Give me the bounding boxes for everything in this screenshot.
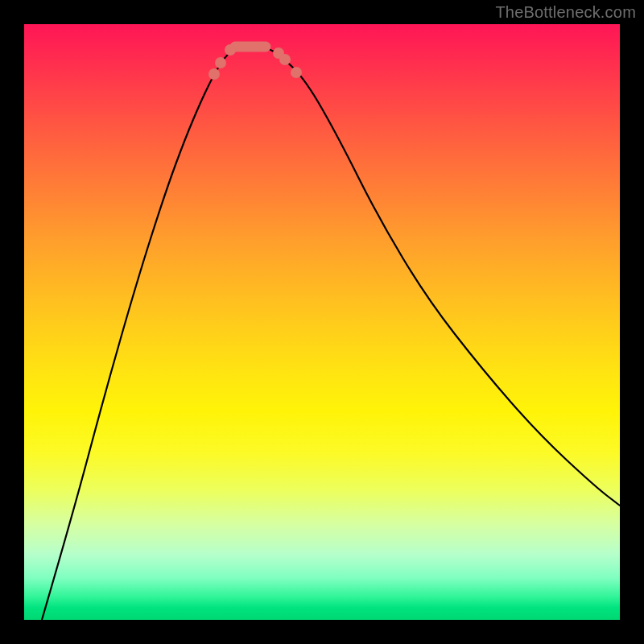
watermark-text: TheBottleneck.com	[495, 3, 636, 22]
curve-dot	[208, 68, 220, 80]
bottleneck-curve-svg	[24, 24, 620, 620]
chart-plot-area	[24, 24, 620, 620]
bottleneck-curve	[42, 47, 620, 620]
curve-dots-left	[208, 44, 236, 80]
curve-dot	[291, 67, 302, 78]
curve-dot	[279, 54, 291, 65]
curve-dot	[215, 57, 226, 68]
curve-dot	[225, 44, 236, 56]
curve-dots-right	[273, 47, 302, 78]
